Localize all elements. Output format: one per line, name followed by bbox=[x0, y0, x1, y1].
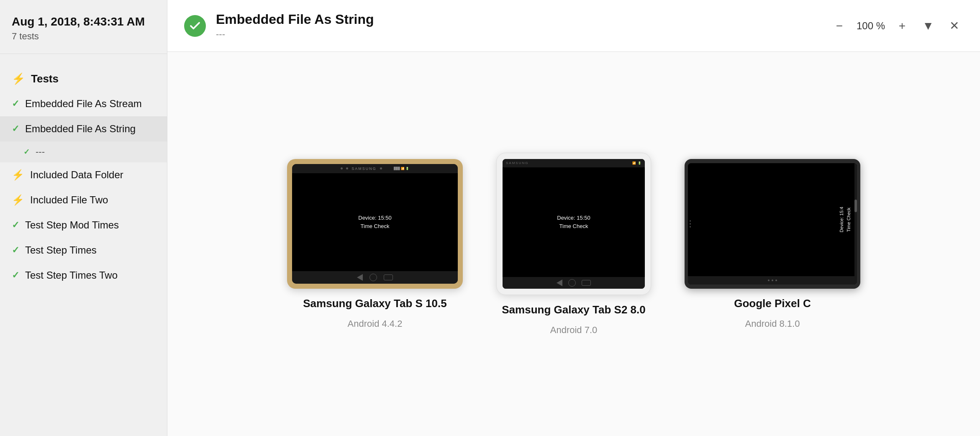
check-icon: ✓ bbox=[12, 245, 19, 256]
sidebar-item-included-data-folder[interactable]: ⚡ Included Data Folder bbox=[0, 162, 167, 187]
sidebar-item-label: Included File Two bbox=[30, 194, 108, 206]
check-icon: ✓ bbox=[12, 220, 19, 231]
device-os-samsung-tab-s2-80: Android 7.0 bbox=[550, 325, 598, 336]
sidebar-item-test-step-times-two[interactable]: ✓ Test Step Times Two bbox=[0, 263, 167, 288]
device-card-samsung-tab-s2-80: SAMSUNG 📶🔋 Device: 15:50 Time Check bbox=[496, 153, 651, 336]
device-name-google-pixel-c: Google Pixel C bbox=[734, 297, 811, 310]
zoom-level: 100 % bbox=[856, 20, 885, 32]
sidebar-item-label: Test Step Times bbox=[25, 244, 97, 256]
check-icon: ✓ bbox=[12, 98, 19, 109]
test-name-title: Embedded File As String bbox=[216, 12, 820, 27]
sidebar-section-label: Tests bbox=[31, 72, 59, 85]
devices-grid: SAMSUNG ▉▉▉ 📶 🔋 Device: 15:50 Time Check bbox=[167, 52, 980, 436]
device-os-samsung-tab-s-105: Android 4.4.2 bbox=[348, 318, 403, 329]
sidebar: Aug 1, 2018, 8:43:31 AM 7 tests ⚡ Tests … bbox=[0, 0, 167, 436]
device-frame-samsung-tab-s-105: SAMSUNG ▉▉▉ 📶 🔋 Device: 15:50 Time Check bbox=[287, 159, 463, 289]
zoom-out-button[interactable]: − bbox=[830, 17, 849, 35]
bolt-icon: ⚡ bbox=[12, 72, 25, 85]
sidebar-item-label: Included Data Folder bbox=[30, 169, 123, 181]
sidebar-count: 7 tests bbox=[12, 31, 155, 42]
sidebar-item-included-file-two[interactable]: ⚡ Included File Two bbox=[0, 187, 167, 213]
sidebar-item-embedded-file-string[interactable]: ✓ Embedded File As String bbox=[0, 116, 167, 141]
sidebar-subitem-label: --- bbox=[36, 146, 45, 157]
test-subtitle: --- bbox=[216, 29, 820, 40]
sidebar-item-label: Embedded File As Stream bbox=[25, 98, 142, 110]
sidebar-item-label: Embedded File As String bbox=[25, 123, 136, 135]
sidebar-subitem-dashes[interactable]: ✓ --- bbox=[0, 141, 167, 162]
device-name-samsung-tab-s2-80: Samsung Galaxy Tab S2 8.0 bbox=[502, 303, 645, 316]
device-frame-google-pixel-c: Device: 15:4 Time Check bbox=[685, 159, 860, 289]
sidebar-header: Aug 1, 2018, 8:43:31 AM 7 tests bbox=[0, 0, 167, 54]
sidebar-section-header: ⚡ Tests bbox=[0, 67, 167, 91]
device-screen-text-3: Device: 15:4 Time Check bbox=[838, 207, 852, 232]
sidebar-item-label: Test Step Mod Times bbox=[25, 219, 119, 231]
device-card-google-pixel-c: Device: 15:4 Time Check Google Pixel C bbox=[685, 159, 860, 329]
bolt-icon: ⚡ bbox=[12, 194, 24, 206]
device-frame-samsung-tab-s2-80: SAMSUNG 📶🔋 Device: 15:50 Time Check bbox=[496, 153, 651, 295]
main-content: Embedded File As String --- − 100 % + ▼ … bbox=[167, 0, 980, 436]
device-os-google-pixel-c: Android 8.1.0 bbox=[745, 318, 800, 329]
device-screen-text-1: Device: 15:50 Time Check bbox=[358, 214, 392, 230]
filter-button[interactable]: ▼ bbox=[919, 17, 937, 35]
check-icon: ✓ bbox=[23, 147, 30, 156]
sidebar-item-label: Test Step Times Two bbox=[25, 269, 118, 281]
sidebar-item-test-step-mod-times[interactable]: ✓ Test Step Mod Times bbox=[0, 213, 167, 238]
header-controls: − 100 % + ▼ ✕ bbox=[830, 17, 963, 35]
check-icon: ✓ bbox=[12, 270, 19, 281]
zoom-in-button[interactable]: + bbox=[893, 17, 911, 35]
device-screen-text-2: Device: 15:50 Time Check bbox=[557, 214, 590, 230]
bolt-icon: ⚡ bbox=[12, 169, 24, 181]
sidebar-item-test-step-times[interactable]: ✓ Test Step Times bbox=[0, 238, 167, 263]
pass-status-icon bbox=[184, 15, 206, 37]
device-name-samsung-tab-s-105: Samsung Galaxy Tab S 10.5 bbox=[303, 297, 446, 310]
sidebar-date: Aug 1, 2018, 8:43:31 AM bbox=[12, 15, 155, 28]
device-card-samsung-tab-s-105: SAMSUNG ▉▉▉ 📶 🔋 Device: 15:50 Time Check bbox=[287, 159, 463, 329]
main-header: Embedded File As String --- − 100 % + ▼ … bbox=[167, 0, 980, 52]
sidebar-item-embedded-file-stream[interactable]: ✓ Embedded File As Stream bbox=[0, 91, 167, 116]
close-button[interactable]: ✕ bbox=[945, 17, 963, 35]
sidebar-nav: ⚡ Tests ✓ Embedded File As Stream ✓ Embe… bbox=[0, 54, 167, 436]
main-header-title-block: Embedded File As String --- bbox=[216, 12, 820, 40]
check-icon: ✓ bbox=[12, 123, 19, 134]
